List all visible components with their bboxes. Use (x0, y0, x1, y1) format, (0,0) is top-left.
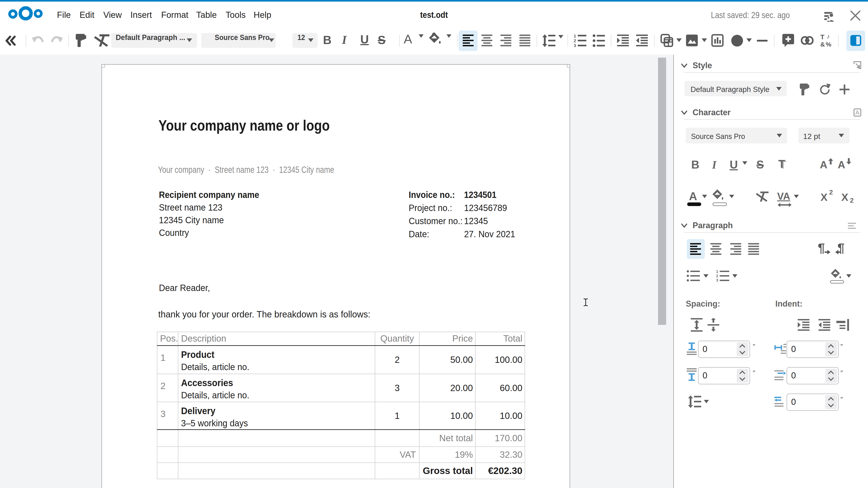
svg-text:1: 1 (574, 34, 576, 38)
svg-text:&: & (820, 41, 825, 47)
svg-text:1: 1 (716, 270, 718, 274)
svg-text:2: 2 (716, 274, 718, 278)
svg-text:3: 3 (716, 278, 718, 282)
svg-text:2: 2 (574, 38, 576, 43)
svg-text:♪: ♪ (827, 34, 830, 40)
svg-text:A: A (855, 109, 860, 116)
svg-text:%: % (826, 41, 831, 47)
svg-text:T: T (820, 34, 825, 41)
svg-text:3: 3 (574, 43, 576, 47)
